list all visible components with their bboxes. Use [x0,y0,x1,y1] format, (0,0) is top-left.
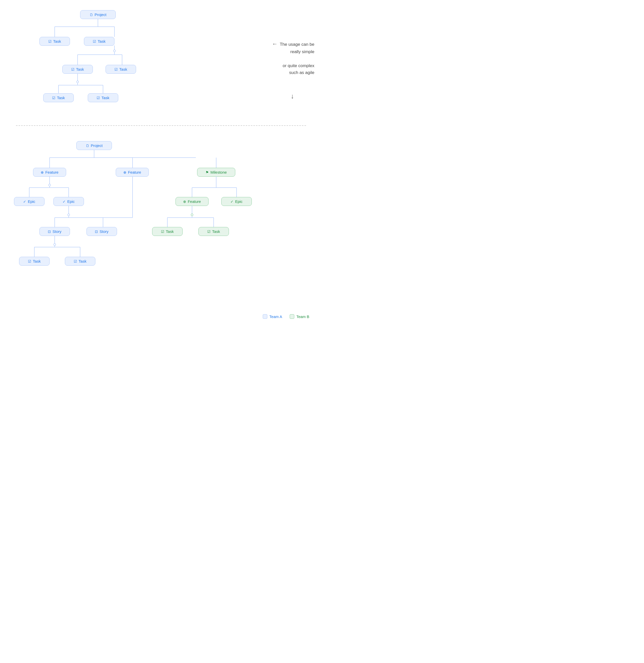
d2-feature2-icon: ⊕ [124,170,127,175]
d2-epic1-label: Epic [28,199,35,204]
d2-story2-label: Story [99,229,108,234]
d2-milestone-icon: ⚑ [205,170,209,175]
d2-task1-label: Task [166,229,174,234]
task2-label: Task [98,39,106,44]
d2-task3-node: ☑ Task [19,257,50,266]
svg-point-33 [54,244,56,246]
d2-project-icon: 🗋 [86,144,89,148]
task4-icon: ☑ [114,67,118,71]
d2-epic2-node: ✓ Epic [53,197,84,206]
d2-story2-node: ⊡ Story [87,227,117,236]
d2-feature1-label: Feature [45,170,59,175]
task1-label: Task [53,39,61,44]
legend-team-b-label: Team B [296,315,309,319]
svg-point-23 [49,184,51,186]
d2-epic3-icon: ✓ [230,200,234,204]
d2-epic2-label: Epic [67,199,74,204]
annotation-line4: such as agile [289,70,314,75]
task1-icon: ☑ [48,39,52,44]
task5-label: Task [57,96,65,100]
d1-task1-node: ☑ Task [39,37,70,46]
d2-task2-label: Task [212,229,220,234]
d2-task2-icon: ☑ [207,230,210,234]
d2-feature2-label: Feature [128,170,141,175]
d2-story2-icon: ⊡ [95,230,98,234]
d1-project-node: 🗋 Project [80,10,116,19]
d1-task5-node: ☑ Task [43,93,74,102]
d1-task4-node: ☑ Task [106,65,136,74]
d2-task4-icon: ☑ [74,259,77,264]
task6-label: Task [102,96,109,100]
d2-epic3-label: Epic [235,199,242,204]
d2-feature1-icon: ⊕ [41,170,44,175]
d2-task4-node: ☑ Task [65,257,95,266]
section-divider [16,125,306,126]
d2-project-label: Project [91,143,103,148]
d2-task2-node: ☑ Task [198,227,229,236]
legend-box-blue [263,314,267,319]
task3-icon: ☑ [71,67,74,71]
legend-team-b: Team B [290,314,309,319]
annotation-line2: really simple [290,49,314,54]
d1-task6-node: ☑ Task [88,93,118,102]
d2-feature3-node: ⊕ Feature [176,197,208,206]
legend-team-a: Team A [263,314,282,319]
svg-point-44 [191,214,193,216]
annotation-line3: or quite complex [283,63,314,68]
d2-feature3-icon: ⊕ [183,200,186,204]
project-icon: 🗋 [90,13,93,17]
d2-feature1-node: ⊕ Feature [33,168,66,177]
d2-task1-node: ☑ Task [152,227,183,236]
task6-icon: ☑ [97,96,100,100]
d2-project-node: 🗋 Project [76,141,112,150]
project-label: Project [95,13,107,17]
d2-feature2-node: ⊕ Feature [116,168,149,177]
d2-feature3-label: Feature [188,199,201,204]
d2-task3-label: Task [33,259,41,264]
d1-task2-node: ☑ Task [84,37,114,46]
svg-point-12 [113,50,115,52]
d1-task3-node: ☑ Task [62,65,93,74]
task5-icon: ☑ [52,96,55,100]
d2-epic1-icon: ✓ [23,200,26,204]
d2-epic3-node: ✓ Epic [221,197,252,206]
arrow-down: ↓ [291,93,294,99]
legend: Team A Team B [263,314,309,319]
d2-story1-label: Story [52,229,61,234]
annotation-line1: The usage can be [280,42,314,47]
svg-point-13 [76,81,79,83]
task3-label: Task [76,67,84,71]
legend-team-a-label: Team A [269,315,282,319]
d2-milestone-label: Milestone [210,170,227,175]
svg-point-28 [68,214,70,216]
task4-label: Task [119,67,127,71]
task2-icon: ☑ [93,39,96,44]
d2-epic1-node: ✓ Epic [14,197,45,206]
d2-task3-icon: ☑ [28,259,31,264]
d2-milestone-node: ⚑ Milestone [197,168,235,177]
legend-box-green [290,314,294,319]
arrow-left-icon: ← [272,39,277,48]
d2-task1-icon: ☑ [161,230,164,234]
d2-story1-icon: ⊡ [48,230,51,234]
d2-story1-node: ⊡ Story [39,227,70,236]
d2-task4-label: Task [79,259,87,264]
d2-epic2-icon: ✓ [63,200,66,204]
annotation-text: ← The usage can be really simple or quit… [248,39,314,76]
